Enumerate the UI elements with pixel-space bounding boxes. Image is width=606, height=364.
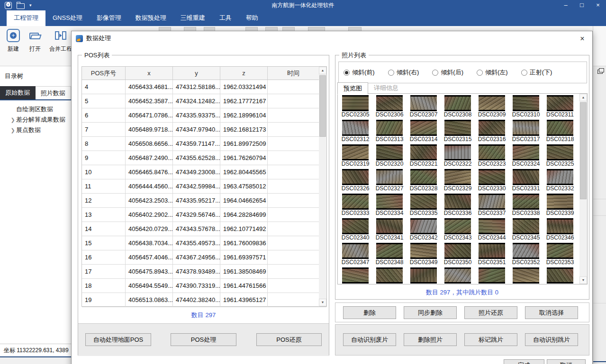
photo-cell[interactable] (543, 266, 577, 284)
auto-detect-bad-photos-button[interactable]: 自动识别废片 (343, 333, 396, 346)
pos-table-row[interactable]: 54056452.3587...474324.12482...1962.1777… (82, 94, 326, 108)
pos-table-row[interactable]: 44056433.4681...474312.58186...1962.0332… (82, 80, 326, 94)
photo-cell[interactable]: DSC02307 (407, 94, 441, 118)
pos-table-row[interactable]: 104056465.8476...474349.23008...1962.804… (82, 165, 326, 179)
column-header[interactable]: y (173, 67, 220, 80)
photo-cell[interactable]: DSC02344 (475, 217, 509, 241)
photo-cell[interactable] (338, 266, 372, 284)
radio-option[interactable]: 倾斜(后) (432, 68, 463, 77)
photo-cell[interactable]: DSC02345 (509, 217, 543, 241)
photo-cell[interactable]: DSC02339 (543, 192, 577, 217)
photo-grid-scrollbar[interactable]: ▲ ▼ (579, 94, 587, 284)
pos-table-row[interactable]: 64056471.0786...474335.93375...1962.1899… (82, 108, 326, 123)
photo-cell[interactable]: DSC02348 (372, 241, 407, 266)
pos-table-row[interactable]: 124056423.2503...474335.95217...1964.046… (82, 194, 326, 208)
photo-cell[interactable]: DSC02309 (475, 94, 509, 118)
pos-table-row[interactable]: 164056457.4046...474367.24956...1961.693… (82, 250, 326, 265)
restore-panel-icon[interactable] (597, 70, 603, 74)
dialog-close-icon[interactable]: × (578, 35, 587, 43)
scrollbar-thumb[interactable] (319, 75, 326, 137)
photo-cell[interactable]: DSC02315 (441, 118, 475, 143)
column-header[interactable]: z (220, 67, 268, 80)
pos-table-row[interactable]: 114056444.4560...474342.59984...1963.475… (82, 179, 326, 194)
delete-photos-button[interactable]: 删除照片 (404, 333, 457, 346)
tree-item[interactable]: ❯展点数据 (0, 125, 71, 135)
menu-tab[interactable]: 帮助 (239, 10, 265, 26)
photo-cell[interactable]: DSC02330 (475, 168, 509, 192)
photo-cell[interactable]: DSC02334 (372, 192, 407, 217)
cancel-button[interactable]: 取消 (547, 359, 586, 364)
photo-cell[interactable] (509, 266, 543, 284)
photo-cell[interactable]: DSC02319 (338, 143, 372, 168)
photo-cell[interactable]: DSC02316 (475, 118, 509, 143)
photo-cell[interactable] (407, 266, 441, 284)
radio-option[interactable]: 倾斜(前) (344, 68, 375, 77)
photo-cell[interactable]: DSC02313 (372, 118, 407, 143)
auto-detect-skip-photos-button[interactable]: 自动识别跳片 (525, 333, 578, 346)
photo-cell[interactable]: DSC02353 (543, 241, 577, 266)
toolbar-item[interactable]: 合并工程 (49, 29, 72, 53)
sidebar-tab[interactable]: 原始数据 (0, 86, 36, 99)
mark-skip-photo-button[interactable]: 标记跳片 (464, 333, 517, 346)
pos-table-row[interactable]: 94056487.2490...474355.62528...1961.7626… (82, 151, 326, 165)
photo-cell[interactable]: DSC02306 (372, 94, 407, 118)
pos-table-row[interactable]: 174056475.8943...474378.93489...1961.385… (82, 265, 326, 279)
pos-table-row[interactable]: 134056402.2902...474329.56746...1964.282… (82, 208, 326, 222)
toolbar-item[interactable]: 新建 (6, 29, 21, 53)
photo-cell[interactable]: DSC02350 (441, 241, 475, 266)
cancel-selection-button[interactable]: 取消选择 (525, 306, 578, 319)
pos-table-row[interactable]: 184056494.5549...474390.73319...1961.447… (82, 279, 326, 293)
scroll-up-icon[interactable]: ▲ (579, 94, 587, 101)
scrollbar-thumb[interactable] (580, 102, 587, 199)
photo-cell[interactable]: DSC02346 (543, 217, 577, 241)
radio-option[interactable]: 倾斜(右) (388, 68, 419, 77)
photo-cell[interactable]: DSC02325 (543, 143, 577, 168)
photo-cell[interactable]: DSC02342 (407, 217, 441, 241)
photo-cell[interactable]: DSC02327 (372, 168, 407, 192)
sidebar-tab[interactable]: 照片数据 (36, 86, 72, 99)
radio-option[interactable]: 倾斜(左) (477, 68, 508, 77)
pos-table-row[interactable]: 144056420.0729...474343.57678...1962.107… (82, 222, 326, 236)
photo-cell[interactable]: DSC02324 (509, 143, 543, 168)
photo-cell[interactable]: DSC02326 (338, 168, 372, 192)
photo-cell[interactable]: DSC02310 (509, 94, 543, 118)
maximize-icon[interactable]: □ (574, 0, 590, 10)
photo-cell[interactable]: DSC02318 (543, 118, 577, 143)
photo-cell[interactable]: DSC02329 (441, 168, 475, 192)
photo-cell[interactable]: DSC02336 (441, 192, 475, 217)
photo-cell[interactable]: DSC02333 (338, 192, 372, 217)
column-header[interactable]: 时间 (268, 67, 319, 80)
menu-tab[interactable]: 三维重建 (173, 10, 212, 26)
sync-delete-button[interactable]: 同步删除 (404, 306, 457, 319)
pos-table-row[interactable]: 84056508.6656...474359.71147...1961.8997… (82, 137, 326, 151)
photo-cell[interactable] (475, 266, 509, 284)
tree-item[interactable]: 自绘测区数据 (0, 104, 71, 115)
photo-cell[interactable]: DSC02347 (338, 241, 372, 266)
photo-cell[interactable]: DSC02308 (441, 94, 475, 118)
radio-option[interactable]: 正射(下) (521, 68, 552, 77)
minimize-icon[interactable]: – (558, 0, 574, 10)
pos-table-row[interactable]: 194056513.0863...474402.38240...1961.439… (82, 293, 326, 307)
photo-cell[interactable]: DSC02352 (509, 241, 543, 266)
menu-tab[interactable]: 工程管理 (7, 10, 45, 26)
tab-details[interactable]: 详细信息 (368, 82, 404, 94)
close-icon[interactable]: × (590, 0, 606, 10)
photo-cell[interactable]: DSC02335 (407, 192, 441, 217)
pos-table-row[interactable]: 154056438.7034...474355.49573...1961.760… (82, 236, 326, 250)
auto-process-ground-pos-button[interactable]: 自动处理地面POS (85, 333, 151, 346)
photo-cell[interactable]: DSC02349 (407, 241, 441, 266)
photo-cell[interactable]: DSC02322 (441, 143, 475, 168)
scroll-down-icon[interactable]: ▼ (319, 299, 326, 306)
column-header[interactable]: x (126, 67, 173, 80)
photo-cell[interactable]: DSC02314 (407, 118, 441, 143)
toolbar-item[interactable]: 打开 (27, 29, 43, 53)
scroll-down-icon[interactable]: ▼ (579, 276, 587, 284)
photo-cell[interactable]: DSC02317 (509, 118, 543, 143)
photo-cell[interactable]: DSC02305 (338, 94, 372, 118)
scroll-up-icon[interactable]: ▲ (319, 67, 326, 74)
photo-cell[interactable]: DSC02312 (338, 118, 372, 143)
photo-cell[interactable]: DSC02321 (407, 143, 441, 168)
tab-preview[interactable]: 预览图 (337, 82, 368, 95)
photo-cell[interactable]: DSC02320 (372, 143, 407, 168)
photo-cell[interactable]: DSC02337 (475, 192, 509, 217)
